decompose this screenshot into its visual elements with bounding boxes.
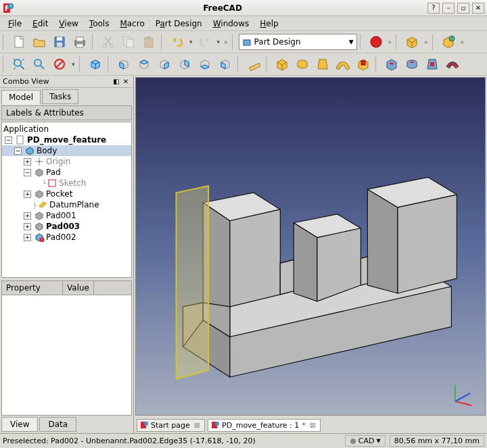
- toolbar-overflow-3[interactable]: »: [423, 39, 430, 45]
- toolbar-overflow-1[interactable]: »: [223, 39, 229, 45]
- view-rear-button[interactable]: [175, 55, 194, 74]
- expand-icon[interactable]: +: [24, 212, 31, 220]
- pd-hole-button[interactable]: [382, 55, 401, 74]
- expand-icon[interactable]: −: [24, 169, 31, 176]
- close-window-button[interactable]: ✕: [472, 3, 484, 14]
- doc-tab-current[interactable]: PD_move_feature : 1* ⊠: [208, 419, 321, 432]
- expand-icon[interactable]: −: [5, 136, 12, 144]
- tree-item-pad[interactable]: Pad: [46, 168, 61, 177]
- svg-rect-6: [57, 43, 62, 47]
- 3d-viewport[interactable]: [135, 77, 486, 416]
- toolbar-overflow-4[interactable]: »: [459, 39, 466, 45]
- menu-macro[interactable]: Macro: [114, 18, 149, 30]
- view-bottom-button[interactable]: [195, 55, 214, 74]
- tab-data[interactable]: Data: [39, 417, 76, 432]
- svg-marker-51: [177, 186, 209, 379]
- draw-style-button[interactable]: [50, 55, 69, 74]
- body-icon: [25, 146, 34, 155]
- menu-edit[interactable]: Edit: [27, 18, 53, 30]
- expand-icon[interactable]: +: [24, 191, 31, 198]
- menu-partdesign[interactable]: Part Design: [150, 18, 208, 30]
- svg-point-10: [103, 45, 107, 48]
- expand-icon[interactable]: +: [24, 223, 31, 230]
- pd-sweep-button[interactable]: [333, 55, 352, 74]
- tree-item-datum[interactable]: DatumPlane: [49, 200, 99, 209]
- tree-item-pad002[interactable]: Pad002: [46, 232, 76, 242]
- undo-dropdown[interactable]: ▾: [188, 39, 194, 45]
- tree-item-doc[interactable]: PD_move_feature: [27, 135, 106, 145]
- view-iso-button[interactable]: [86, 55, 105, 74]
- property-body[interactable]: [1, 295, 132, 416]
- main-area: Combo View ◧ ✕ Model Tasks Labels & Attr…: [0, 76, 487, 433]
- zoom-fit-button[interactable]: [9, 55, 28, 74]
- view-left-button[interactable]: [216, 55, 235, 74]
- view-top-button[interactable]: [135, 55, 154, 74]
- pd-loft-button[interactable]: [313, 55, 332, 74]
- svg-rect-5: [57, 37, 62, 41]
- close-icon[interactable]: ⊠: [308, 421, 317, 430]
- tab-tasks[interactable]: Tasks: [42, 89, 78, 104]
- expand-icon[interactable]: +: [24, 158, 31, 166]
- tree-item-origin[interactable]: Origin: [46, 157, 70, 166]
- redo-dropdown[interactable]: ▾: [216, 39, 222, 45]
- menu-tools[interactable]: Tools: [84, 18, 115, 30]
- macro-record-button[interactable]: [367, 32, 386, 51]
- svg-marker-47: [367, 189, 398, 293]
- expand-icon[interactable]: −: [14, 147, 22, 155]
- paste-button[interactable]: [139, 32, 158, 51]
- print-button[interactable]: [70, 32, 89, 51]
- view-right-button[interactable]: [155, 55, 174, 74]
- pd-pad-button[interactable]: [273, 55, 292, 74]
- status-dimensions: 80,56 mm x 77,10 mm: [390, 435, 484, 447]
- minimize-window-button[interactable]: －: [442, 3, 455, 14]
- redo-button[interactable]: [195, 32, 214, 51]
- menu-help[interactable]: Help: [254, 18, 283, 30]
- svg-point-59: [350, 439, 356, 444]
- cut-button[interactable]: [99, 32, 118, 51]
- model-tree[interactable]: Application −PD_move_feature −Body +Orig…: [1, 122, 132, 278]
- expand-icon[interactable]: +: [24, 234, 31, 241]
- new-file-button[interactable]: [9, 32, 28, 51]
- tree-header: Labels & Attributes: [1, 105, 132, 120]
- pocket-icon: [34, 189, 44, 199]
- save-file-button[interactable]: [50, 32, 69, 51]
- nav-style-selector[interactable]: CAD▼: [345, 435, 386, 447]
- drawstyle-dropdown[interactable]: ▾: [70, 61, 76, 68]
- pd-subloft-button[interactable]: [423, 55, 442, 74]
- svg-rect-16: [244, 40, 250, 45]
- pd-revolution-button[interactable]: [293, 55, 312, 74]
- combo-float-button[interactable]: ◧: [112, 77, 121, 86]
- combo-close-button[interactable]: ✕: [121, 77, 131, 86]
- menu-view[interactable]: View: [53, 18, 83, 30]
- open-file-button[interactable]: [30, 32, 49, 51]
- pd-subsweep-button[interactable]: [443, 55, 462, 74]
- zoom-selection-button[interactable]: [30, 55, 49, 74]
- help-window-button[interactable]: ?: [427, 3, 440, 14]
- pd-body-button[interactable]: [402, 32, 421, 51]
- menu-windows[interactable]: Windows: [208, 18, 255, 30]
- measure-button[interactable]: [244, 55, 263, 74]
- workbench-label: Part Design: [254, 37, 301, 47]
- tree-item-pad003[interactable]: Pad003: [46, 222, 80, 231]
- view-front-button[interactable]: [114, 55, 133, 74]
- svg-rect-31: [49, 180, 55, 186]
- tree-item-pocket[interactable]: Pocket: [46, 189, 72, 199]
- doc-tab-start[interactable]: Start page ⊠: [137, 419, 205, 432]
- menu-file[interactable]: File: [3, 18, 27, 30]
- pd-datum-button[interactable]: [439, 32, 458, 51]
- pd-pocket-button[interactable]: [354, 55, 373, 74]
- undo-button[interactable]: [168, 32, 187, 51]
- maximize-window-button[interactable]: ▫: [457, 3, 469, 14]
- tab-model[interactable]: Model: [1, 90, 41, 105]
- tree-item-body[interactable]: Body: [37, 146, 57, 155]
- tree-item-pad001[interactable]: Pad001: [46, 211, 76, 220]
- copy-button[interactable]: [119, 32, 138, 51]
- close-icon[interactable]: ⊠: [193, 421, 202, 430]
- toolbar-overflow-2[interactable]: »: [387, 39, 394, 45]
- tree-item-sketch[interactable]: Sketch: [59, 178, 86, 188]
- doc-dirty-indicator: *: [302, 421, 306, 430]
- tab-view[interactable]: View: [1, 417, 38, 432]
- toolbar-file: ▾ ▾ » Part Design ▼ » » »: [0, 31, 487, 53]
- workbench-selector[interactable]: Part Design ▼: [239, 34, 357, 50]
- pd-groove-button[interactable]: [402, 55, 421, 74]
